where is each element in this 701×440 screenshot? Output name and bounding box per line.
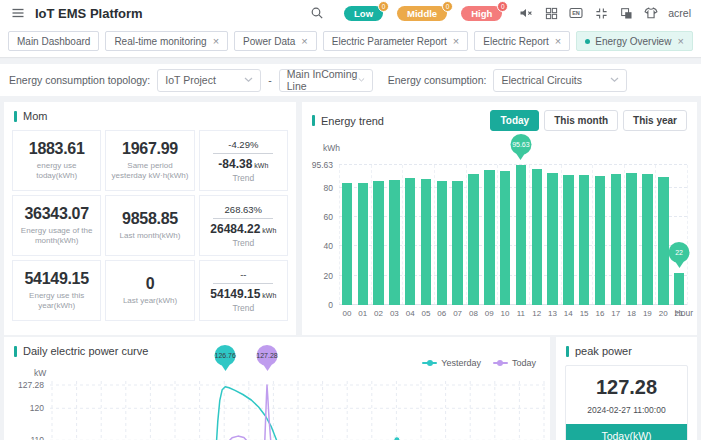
alarm-count-badge: 0 [378,1,389,12]
topbar-actions: Low0Middle0High0 EN acrel [309,5,691,21]
tab-real-time-monitoring[interactable]: Real-time monitoring× [105,31,228,51]
y-tick-label: 127.28 [8,380,44,390]
x-tick-label: 16 [592,309,608,318]
alarm-chip-label: Middle [407,8,437,19]
x-tick-label: 03 [386,309,402,318]
stat-card: 1967.99Same period yesterday kW·h(kWh) [105,130,194,191]
x-tick-label: 00 [339,309,355,318]
trend-divider [213,218,273,219]
alarm-chip-high[interactable]: High0 [461,6,502,21]
language-icon[interactable]: EN [568,5,584,21]
fullscreen-icon[interactable] [593,5,609,21]
alarm-chip-middle[interactable]: Middle0 [397,6,447,21]
range-button-this-year[interactable]: This year [623,110,687,131]
menu-icon[interactable] [10,5,26,21]
main-content: Mom 1883.61energy use today(kWh)1967.99S… [0,96,701,440]
tab-energy-overview[interactable]: Energy Overview× [576,31,693,51]
trend-percent: -4.29% [228,139,258,150]
consumption-label: Energy consumption: [388,74,487,86]
mom-cards: 1883.61energy use today(kWh)1967.99Same … [4,124,296,327]
range-button-today[interactable]: Today [490,110,539,131]
peak-power-value: 127.28 [566,366,687,399]
alarm-chips: Low0Middle0High0 [344,6,502,21]
x-tick-label: 15 [576,309,592,318]
y-axis-ticks: 02040608095.63 [306,165,335,305]
peak-power-title: peak power [575,345,632,357]
x-tick-label: 12 [529,309,545,318]
x-axis-name: Hour [675,308,693,318]
trend-label: Trend [232,238,254,248]
tab-close-icon[interactable]: × [213,36,219,47]
legend-item-today[interactable]: Today [493,358,536,368]
energy-trend-range-buttons: TodayThis monthThis year [490,110,687,131]
trend-divider [213,283,273,284]
stat-value: 1883.61 [29,140,85,158]
grid-icon[interactable] [543,5,559,21]
peak-power-timestamp: 2024-02-27 11:00:00 [566,405,687,415]
tab-power-data[interactable]: Power Data× [234,31,317,51]
search-icon[interactable] [309,5,325,21]
x-tick-label: 02 [371,309,387,318]
bar-hour-11 [516,165,527,305]
range-button-this-month[interactable]: This month [544,110,618,131]
chevron-down-icon [358,77,365,83]
mute-icon[interactable] [518,5,534,21]
incoming-line-select[interactable]: Main InComing Line [279,69,373,92]
bar-hour-10 [500,171,511,305]
x-tick-label: 05 [418,309,434,318]
stat-label: Energy use this year(kWh) [16,291,97,311]
topbar: IoT EMS Platform Low0Middle0High0 EN acr… [0,0,701,26]
x-tick-label: 20 [655,309,671,318]
stat-label: Same period yesterday kW·h(kWh) [109,161,190,181]
bar-hour-02 [373,181,384,305]
marker-pin-tail [675,262,683,268]
bar-hour-05 [421,179,432,305]
legend-item-yesterday[interactable]: Yesterday [422,358,481,368]
x-tick-label: 10 [497,309,513,318]
series-line-today [217,385,275,440]
tab-close-icon[interactable]: × [555,36,561,47]
stat-value: 54149.15 [24,270,88,288]
energy-trend-title: Energy trend [321,115,384,127]
energy-trend-plot: 95.6322 [339,165,687,305]
stat-label: energy use today(kWh) [16,161,97,181]
stat-value: 1967.99 [122,140,178,158]
tab-main-dashboard[interactable]: Main Dashboard [8,31,99,51]
tab-electric-report[interactable]: Electric Report× [474,31,570,51]
energy-trend-panel: Energy trend TodayThis monthThis year kW… [302,102,697,335]
marker-pin-label: 95.63 [510,134,531,155]
y-tick-label: 110 [8,435,44,440]
alarm-chip-label: Low [354,8,373,19]
peak-power-today-button[interactable]: Today(kW) [566,424,687,440]
tab-close-icon[interactable]: × [453,36,459,47]
trend-value: 26484.22kWh [210,222,276,236]
daily-curve-panel: Daily electric power curve YesterdayToda… [4,337,550,440]
tab-close-icon[interactable]: × [301,36,307,47]
tab-electric-parameter-report[interactable]: Electric Parameter Report× [323,31,468,51]
stat-value: 36343.07 [24,205,88,223]
stat-card: 36343.07Energy usage of the month(kWh) [12,195,101,256]
bar-hour-00 [342,183,353,305]
y-tick-label: 40 [324,241,333,251]
bar-hour-21 [674,273,685,305]
topology-select[interactable]: IoT Project [157,69,261,92]
skin-tshirt-icon[interactable] [643,5,659,21]
trend-card: -4.29%-84.38kWhTrend [199,130,288,191]
y-tick-label: 120 [8,403,44,413]
alarm-chip-low[interactable]: Low0 [344,6,383,21]
legend-marker-icon [422,362,437,364]
chevron-down-icon [610,77,619,83]
stat-label: Last month(kWh) [120,231,181,241]
theme-layers-icon[interactable] [618,5,634,21]
tab-close-icon[interactable]: × [677,36,683,47]
stat-card: 0Last year(kWh) [105,260,194,321]
x-tick-label: 19 [639,309,655,318]
username[interactable]: acrel [668,7,691,19]
tab-label: Main Dashboard [17,36,90,47]
trend-unit: kWh [254,162,268,169]
y-tick-label: 0 [328,300,333,310]
marker-pin-tail [517,154,525,160]
v-gridline [687,165,688,305]
consumption-select[interactable]: Electrical Circuits [493,69,627,92]
tab-label: Energy Overview [595,36,671,47]
